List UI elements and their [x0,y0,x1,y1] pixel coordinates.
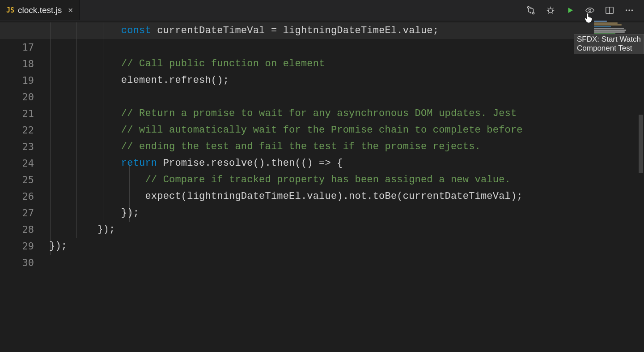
svg-point-8 [631,9,633,11]
tooltip-line1: SFDX: Start Watch [577,35,641,44]
tab-filename: clock.test.js [18,5,62,15]
line-number: 18 [0,56,49,72]
line-number: 25 [0,172,49,188]
watch-eye-icon[interactable] [585,5,595,15]
line-number-gutter: 16 17 18 19 20 21 22 23 24 25 26 27 28 2… [0,21,49,352]
line-number: 29 [0,238,49,254]
split-editor-icon[interactable] [605,5,614,15]
run-icon[interactable] [565,5,575,15]
code-editor[interactable]: 16 17 18 19 20 21 22 23 24 25 26 27 28 2… [0,21,644,352]
file-type-js-icon: JS [6,6,14,14]
compare-changes-icon[interactable] [526,5,536,15]
tooltip-line2: Component Test [577,44,641,53]
svg-point-2 [548,9,552,13]
more-actions-icon[interactable] [624,5,634,15]
svg-point-1 [532,12,534,14]
line-number: 21 [0,105,49,122]
line-number: 26 [0,188,49,205]
editor-tab-bar: JS clock.test.js ✕ [0,0,644,21]
action-tooltip: SFDX: Start Watch Component Test [574,34,644,54]
line-number: 20 [0,89,49,105]
line-number: 19 [0,72,49,89]
svg-point-7 [628,9,630,11]
line-number: 27 [0,205,49,221]
line-number: 24 [0,155,49,172]
line-number: 30 [0,254,49,271]
close-tab-icon[interactable]: ✕ [68,6,73,14]
line-number: 22 [0,122,49,138]
line-number: 23 [0,138,49,155]
editor-tab-clock-test[interactable]: JS clock.test.js ✕ [0,0,80,20]
code-content[interactable]: const currentDateTimeVal = lightningDate… [49,21,644,352]
svg-point-3 [589,9,591,11]
line-number: 28 [0,221,49,238]
debug-icon[interactable] [546,5,555,15]
line-number: 17 [0,39,49,56]
editor-title-actions [526,0,644,20]
svg-point-0 [527,6,529,8]
svg-point-6 [626,9,627,11]
